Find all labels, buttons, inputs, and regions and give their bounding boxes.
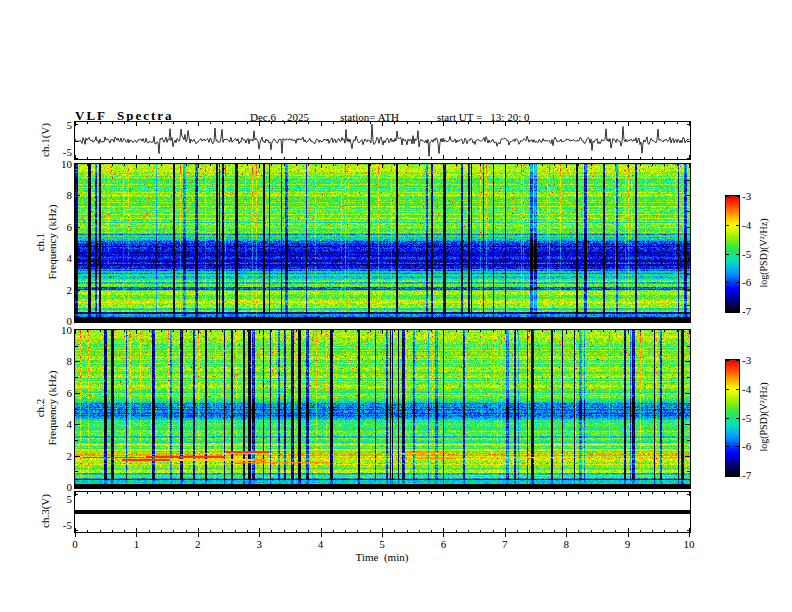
colorbar-1 [726, 196, 739, 312]
x-tick-label: 5 [371, 538, 393, 550]
colorbar1-panel [725, 195, 740, 313]
freq-tick-label: 0 [52, 481, 72, 493]
ch3-waveform-panel [74, 491, 691, 533]
colorbar-tick-label: -5 [742, 412, 766, 424]
spec1-ylabel: ch.1 Frequency (kHz) [34, 205, 58, 280]
colorbar-tick-label: -3 [742, 354, 766, 366]
x-tick-label: 7 [494, 538, 516, 550]
axis-tick [75, 533, 76, 537]
x-tick-label: 1 [125, 538, 147, 550]
x-tick-label: 0 [64, 538, 86, 550]
ch1-waveform-panel [74, 121, 691, 160]
colorbar-tick-label: -6 [742, 440, 766, 452]
freq-tick-label: 10 [52, 158, 72, 170]
colorbar-2 [726, 360, 739, 476]
voltage-tick-label: 5 [52, 493, 72, 505]
vlf-spectra-figure: VLF Spectra Dec.6 , 2025 station= ATH st… [0, 0, 792, 612]
colorbar-tick-label: -7 [742, 305, 766, 317]
voltage-tick-label: -5 [52, 519, 72, 531]
ch1-waveform-plot [75, 122, 690, 159]
colorbar-tick-label: -7 [742, 469, 766, 481]
freq-tick-label: 4 [52, 252, 72, 264]
spec2-ylabel: ch.2 Frequency (kHz) [34, 371, 58, 446]
freq-tick-label: 4 [52, 418, 72, 430]
freq-tick-label: 2 [52, 450, 72, 462]
voltage-tick-label: -5 [52, 146, 72, 158]
freq-tick-label: 6 [52, 221, 72, 233]
colorbar2-panel [725, 359, 740, 477]
colorbar-tick-label: -3 [742, 190, 766, 202]
colorbar-tick-label: -4 [742, 219, 766, 231]
ch2-spectrogram [75, 330, 690, 488]
spec2-ylabel-axis: Frequency (kHz) [46, 371, 58, 446]
axis-tick [198, 533, 199, 537]
axis-tick [628, 533, 629, 537]
x-tick-label: 6 [432, 538, 454, 550]
spec2-ylabel-channel: ch.2 [34, 371, 46, 446]
freq-tick-label: 8 [52, 189, 72, 201]
axis-tick [505, 533, 506, 537]
x-tick-label: 4 [310, 538, 332, 550]
axis-tick [136, 533, 137, 537]
spec1-ylabel-channel: ch.1 [34, 205, 46, 280]
axis-tick [259, 533, 260, 537]
x-axis-title: Time (min) [322, 551, 442, 563]
x-tick-label: 2 [187, 538, 209, 550]
ch1-spectrogram-panel [74, 163, 691, 323]
spec1-ylabel-axis: Frequency (kHz) [46, 205, 58, 280]
axis-tick [321, 533, 322, 537]
freq-tick-label: 2 [52, 284, 72, 296]
x-tick-label: 8 [555, 538, 577, 550]
freq-tick-label: 6 [52, 387, 72, 399]
colorbar-tick-label: -6 [742, 276, 766, 288]
ch2-spectrogram-panel [74, 329, 691, 489]
ch3-waveform-plot [75, 492, 690, 532]
ch1-spectrogram [75, 164, 690, 322]
colorbar-tick-label: -4 [742, 383, 766, 395]
x-tick-label: 3 [248, 538, 270, 550]
freq-tick-label: 8 [52, 355, 72, 367]
ch1-voltage-ylabel: ch.1(V) [39, 123, 51, 157]
freq-tick-label: 10 [52, 324, 72, 336]
axis-tick [566, 533, 567, 537]
axis-tick [382, 533, 383, 537]
x-tick-label: 10 [678, 538, 700, 550]
axis-tick [689, 533, 690, 537]
axis-tick [443, 533, 444, 537]
ch3-voltage-ylabel: ch.3(V) [39, 494, 51, 528]
colorbar-tick-label: -5 [742, 248, 766, 260]
x-tick-label: 9 [617, 538, 639, 550]
voltage-tick-label: 5 [52, 119, 72, 131]
